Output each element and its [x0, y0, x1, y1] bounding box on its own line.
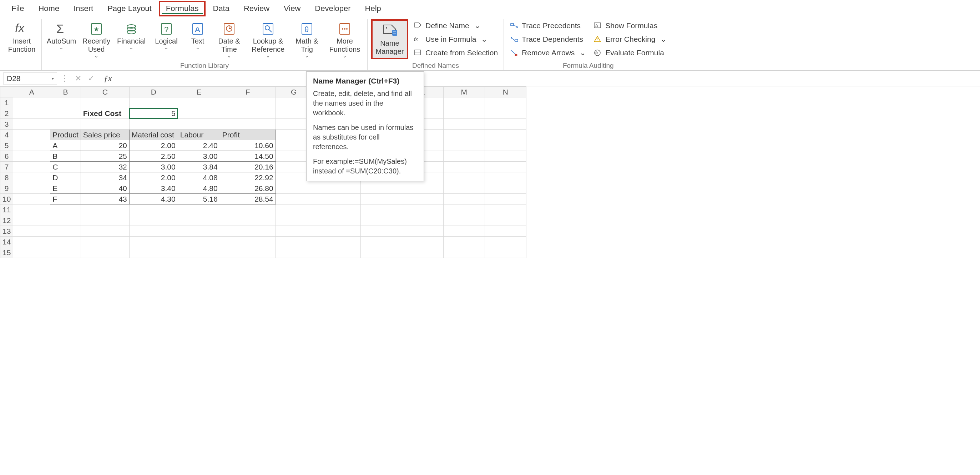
math-trig-button[interactable]: θ Math & Trig⌄	[291, 19, 323, 60]
cell[interactable]	[13, 97, 50, 108]
cell[interactable]	[312, 215, 360, 226]
cell[interactable]	[178, 215, 220, 226]
cell[interactable]	[360, 237, 402, 247]
tab-formulas[interactable]: Formulas	[159, 1, 206, 16]
cell[interactable]	[360, 183, 402, 194]
cell[interactable]	[13, 237, 50, 247]
cell[interactable]	[13, 151, 50, 162]
rowhdr-4[interactable]: 4	[0, 130, 13, 140]
logical-button[interactable]: ? Logical⌄	[150, 19, 182, 52]
cell[interactable]	[402, 183, 443, 194]
name-manager-button[interactable]: Name Manager	[373, 21, 406, 57]
cell[interactable]	[13, 108, 50, 119]
cell[interactable]	[13, 194, 50, 205]
define-name-button[interactable]: Define Name⌄	[411, 20, 500, 32]
colhdr-C[interactable]: C	[81, 87, 129, 97]
cell[interactable]	[443, 172, 485, 183]
cell[interactable]	[443, 237, 485, 247]
cell-B7[interactable]: C	[50, 162, 81, 172]
colhdr-F[interactable]: F	[220, 87, 275, 97]
cell-F10[interactable]: 28.54	[220, 194, 275, 205]
create-from-selection-button[interactable]: Create from Selection	[411, 47, 500, 59]
cell[interactable]	[81, 119, 129, 130]
date-time-button[interactable]: Date & Time⌄	[213, 19, 245, 60]
trace-dependents-button[interactable]: Trace Dependents	[508, 33, 588, 45]
cell[interactable]	[81, 205, 129, 215]
cell[interactable]	[81, 97, 129, 108]
fx-icon[interactable]: ƒx	[101, 73, 115, 83]
cell-E7[interactable]: 3.84	[178, 162, 220, 172]
cell[interactable]	[485, 183, 526, 194]
rowhdr-13[interactable]: 13	[0, 226, 13, 237]
cell[interactable]	[13, 215, 50, 226]
dots-icon[interactable]: ⋮	[60, 74, 68, 83]
cell[interactable]	[178, 247, 220, 258]
cell[interactable]	[220, 215, 275, 226]
cell[interactable]	[129, 247, 178, 258]
cell-F6[interactable]: 14.50	[220, 151, 275, 162]
cell-D9[interactable]: 3.40	[129, 183, 178, 194]
cell[interactable]	[360, 205, 402, 215]
cell-F5[interactable]: 10.60	[220, 140, 275, 151]
cell[interactable]	[485, 162, 526, 172]
cell[interactable]	[275, 237, 312, 247]
tab-view[interactable]: View	[277, 1, 308, 16]
cell[interactable]	[178, 97, 220, 108]
rowhdr-14[interactable]: 14	[0, 237, 13, 247]
cell[interactable]	[50, 215, 81, 226]
cell[interactable]	[443, 215, 485, 226]
colhdr-N[interactable]: N	[485, 87, 526, 97]
cell[interactable]	[50, 119, 81, 130]
cell[interactable]	[13, 172, 50, 183]
recently-used-button[interactable]: ★ Recently Used⌄	[80, 19, 112, 60]
cell[interactable]	[485, 108, 526, 119]
cell-B5[interactable]: A	[50, 140, 81, 151]
cell-C9[interactable]: 40	[81, 183, 129, 194]
colhdr-D[interactable]: D	[129, 87, 178, 97]
cell[interactable]	[443, 194, 485, 205]
autosum-button[interactable]: Σ AutoSum⌄	[45, 19, 78, 52]
rowhdr-12[interactable]: 12	[0, 215, 13, 226]
rowhdr-1[interactable]: 1	[0, 97, 13, 108]
cell-B10[interactable]: F	[50, 194, 81, 205]
cell[interactable]	[13, 140, 50, 151]
cell[interactable]	[220, 237, 275, 247]
cell[interactable]	[312, 194, 360, 205]
cell[interactable]	[485, 97, 526, 108]
cell[interactable]	[402, 205, 443, 215]
tab-page-layout[interactable]: Page Layout	[100, 1, 159, 16]
cell-E10[interactable]: 5.16	[178, 194, 220, 205]
cell[interactable]	[81, 237, 129, 247]
cell[interactable]	[13, 183, 50, 194]
cell[interactable]	[178, 119, 220, 130]
cell[interactable]	[443, 205, 485, 215]
enter-icon[interactable]: ✓	[88, 74, 94, 83]
cell[interactable]	[129, 237, 178, 247]
colhdr-E[interactable]: E	[178, 87, 220, 97]
cell[interactable]	[485, 151, 526, 162]
cell[interactable]	[13, 130, 50, 140]
tab-data[interactable]: Data	[205, 1, 236, 16]
cell[interactable]	[485, 140, 526, 151]
rowhdr-6[interactable]: 6	[0, 151, 13, 162]
cell[interactable]	[275, 226, 312, 237]
cell-C4[interactable]: Sales price	[81, 130, 129, 140]
cell[interactable]	[485, 205, 526, 215]
name-box-dropdown-icon[interactable]: ▾	[52, 76, 54, 81]
tab-file[interactable]: File	[4, 1, 31, 16]
cell-E9[interactable]: 4.80	[178, 183, 220, 194]
cell[interactable]	[81, 226, 129, 237]
cell[interactable]	[50, 247, 81, 258]
cell[interactable]	[443, 151, 485, 162]
cell[interactable]	[360, 226, 402, 237]
cell[interactable]	[443, 119, 485, 130]
cell[interactable]	[178, 205, 220, 215]
cell[interactable]	[129, 205, 178, 215]
cell[interactable]	[360, 247, 402, 258]
cell[interactable]	[81, 215, 129, 226]
rowhdr-8[interactable]: 8	[0, 172, 13, 183]
cell[interactable]	[178, 108, 220, 119]
cell-F8[interactable]: 22.92	[220, 172, 275, 183]
cell[interactable]	[485, 226, 526, 237]
cell-C6[interactable]: 25	[81, 151, 129, 162]
